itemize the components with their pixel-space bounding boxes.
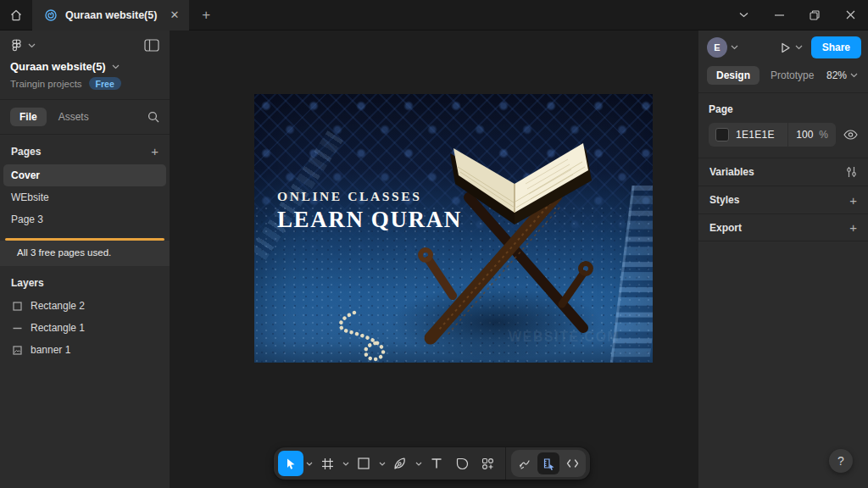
draw-icon <box>519 458 531 469</box>
page-item-website[interactable]: WEbsite <box>3 186 166 208</box>
close-tab-icon[interactable]: ✕ <box>170 8 179 21</box>
avatar[interactable]: E <box>707 37 727 58</box>
variables-section-row[interactable]: Variables <box>698 158 868 186</box>
help-button[interactable]: ? <box>829 449 853 473</box>
figma-logo-icon <box>10 39 23 52</box>
styles-label: Styles <box>709 194 739 206</box>
tab-design[interactable]: Design <box>707 66 760 85</box>
variables-icon <box>846 166 857 178</box>
left-sidebar: Quraan website(5) Traingin projects Free… <box>0 30 170 488</box>
pen-icon <box>393 457 407 470</box>
text-tool-button[interactable] <box>424 451 449 476</box>
window-menu-chevron[interactable] <box>726 0 761 30</box>
zoom-level: 82% <box>826 69 847 81</box>
chevron-down-icon <box>731 45 738 50</box>
minimize-icon <box>775 14 784 16</box>
figma-app: Quraan website(5) ✕ + <box>0 0 868 488</box>
restore-icon <box>810 10 820 20</box>
toggle-panel-button[interactable] <box>144 39 159 52</box>
pages-header: Pages <box>11 146 41 158</box>
present-button[interactable] <box>779 42 803 54</box>
chevron-down-icon <box>306 462 313 466</box>
opacity-input[interactable]: 100 % <box>787 123 836 147</box>
rectangle-icon <box>13 302 22 311</box>
mode-toggle-group <box>511 450 586 477</box>
file-name: Quraan website(5) <box>10 60 106 73</box>
frame-tool-chevron[interactable] <box>340 451 351 476</box>
sidebar-toggle-icon <box>144 39 159 52</box>
add-page-button[interactable]: + <box>151 144 159 158</box>
page-color-input[interactable]: 1E1E1E 100 % <box>709 123 836 147</box>
add-export-button[interactable]: + <box>849 220 857 235</box>
canvas[interactable]: ONLINE CLASSES LEARN QURAN WEBSITE.COM <box>170 30 698 488</box>
color-hex-value: 1E1E1E <box>736 129 775 141</box>
dev-mode-button[interactable] <box>561 452 583 474</box>
color-swatch[interactable] <box>715 128 729 141</box>
tab-file[interactable]: File <box>10 108 47 126</box>
close-icon <box>846 10 855 19</box>
page-item-page3[interactable]: Page 3 <box>3 208 166 230</box>
new-tab-button[interactable]: + <box>189 0 223 30</box>
page-item-cover[interactable]: Cover <box>3 164 166 186</box>
window-controls <box>726 0 868 30</box>
chevron-down-icon <box>379 462 386 466</box>
pen-tool-chevron[interactable] <box>413 451 424 476</box>
layers-header: Layers <box>11 277 44 289</box>
export-label: Export <box>709 222 742 234</box>
file-tab[interactable]: Quraan website(5) ✕ <box>32 0 189 30</box>
zoom-level-dropdown[interactable]: 82% <box>826 69 858 81</box>
shape-tool-chevron[interactable] <box>376 451 387 476</box>
actions-button[interactable] <box>475 451 500 476</box>
frame-tool-button[interactable] <box>314 451 340 476</box>
banner-frame[interactable]: ONLINE CLASSES LEARN QURAN WEBSITE.COM <box>254 94 653 363</box>
pages-limit-notice: All 3 free pages used. <box>0 241 170 266</box>
share-button[interactable]: Share <box>811 36 861 58</box>
move-tool-button[interactable] <box>278 451 303 476</box>
eye-icon[interactable] <box>843 130 858 140</box>
search-icon[interactable] <box>147 111 159 123</box>
opacity-value: 100 <box>796 129 813 141</box>
text-icon <box>431 458 442 469</box>
banner-watermark: WEBSITE.COM <box>509 330 620 345</box>
layer-row-banner1[interactable]: banner 1 <box>0 339 170 361</box>
tab-prototype[interactable]: Prototype <box>771 69 814 81</box>
window-topbar: Quraan website(5) ✕ + <box>0 0 868 30</box>
avatar-chevron[interactable] <box>731 45 738 50</box>
chevron-down-icon <box>415 462 422 466</box>
present-chevron[interactable] <box>795 45 803 50</box>
cursor-icon <box>285 458 298 470</box>
tab-assets[interactable]: Assets <box>58 111 89 123</box>
draw-mode-button[interactable] <box>514 452 536 474</box>
project-name: Traingin projects <box>10 79 82 89</box>
layer-row-rectangle1[interactable]: Rectangle 1 <box>0 317 170 339</box>
close-window-button[interactable] <box>832 0 868 30</box>
add-style-button[interactable]: + <box>849 193 857 208</box>
frame-icon <box>321 458 334 470</box>
chevron-down-icon <box>850 73 858 78</box>
file-tab-title: Quraan website(5) <box>65 9 157 21</box>
home-button[interactable] <box>0 0 32 30</box>
design-mode-button[interactable] <box>537 452 559 474</box>
layer-label: banner 1 <box>31 344 70 356</box>
free-plan-badge: Free <box>89 77 121 90</box>
chevron-down-icon <box>342 462 349 466</box>
comment-tool-button[interactable] <box>449 451 475 476</box>
main-menu-button[interactable] <box>10 39 36 52</box>
design-mode-icon <box>542 458 555 470</box>
layer-row-rectangle2[interactable]: Rectangle 2 <box>0 295 170 317</box>
file-name-dropdown[interactable]: Quraan website(5) <box>0 57 170 74</box>
pen-tool-button[interactable] <box>387 451 413 476</box>
minimize-button[interactable] <box>761 0 797 30</box>
variables-label: Variables <box>709 166 754 178</box>
export-section-row[interactable]: Export + <box>698 214 868 241</box>
file-tab-icon <box>44 8 58 22</box>
restore-button[interactable] <box>797 0 832 30</box>
styles-section-row[interactable]: Styles + <box>698 186 868 214</box>
shape-tool-button[interactable] <box>351 451 376 476</box>
move-tool-chevron[interactable] <box>303 451 314 476</box>
comment-icon <box>456 458 469 470</box>
line-icon <box>13 324 22 333</box>
home-icon <box>9 8 23 22</box>
play-icon <box>779 42 792 54</box>
chevron-down-icon <box>795 45 803 50</box>
